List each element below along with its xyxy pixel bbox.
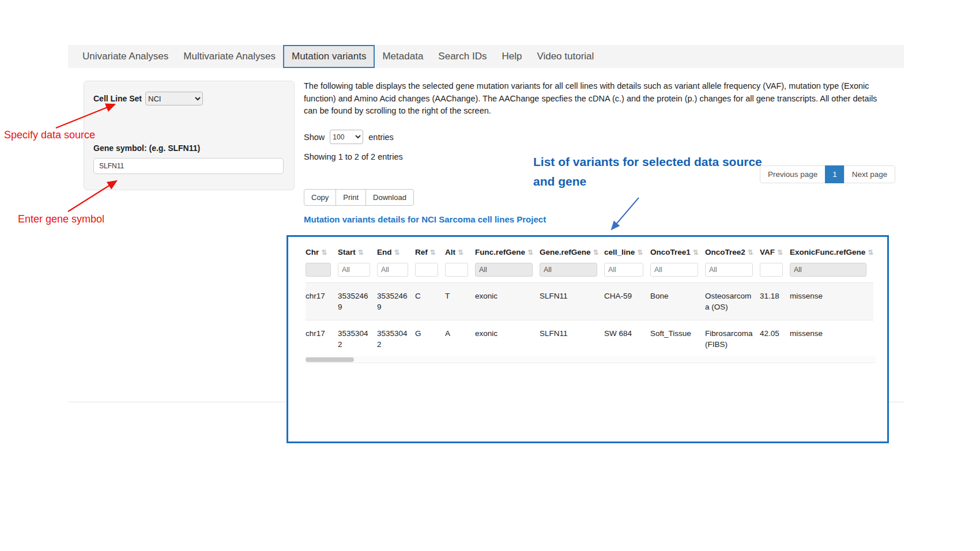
tab-help[interactable]: Help	[494, 45, 529, 68]
column-label: VAF	[760, 248, 775, 256]
next-page-button[interactable]: Next page	[844, 165, 896, 183]
filter-end[interactable]	[377, 263, 408, 277]
cell-alt: T	[445, 283, 475, 320]
tab-video-tutorial[interactable]: Video tutorial	[529, 45, 601, 68]
sort-icon[interactable]: ⇅	[637, 248, 643, 256]
filter-func-refgene[interactable]	[475, 263, 533, 277]
cell-start: 35352469	[338, 283, 377, 320]
column-header-end[interactable]: End⇅	[377, 243, 415, 262]
sort-icon[interactable]: ⇅	[593, 248, 599, 256]
scrollbar-thumb[interactable]	[306, 357, 354, 362]
column-label: OncoTree1	[650, 248, 691, 256]
sort-icon[interactable]: ⇅	[527, 248, 533, 256]
column-label: Func.refGene	[475, 248, 525, 256]
cell-exonicfunc-refgene: missense	[790, 320, 873, 358]
horizontal-scrollbar[interactable]	[306, 356, 876, 363]
cell-gene-refgene: SLFN11	[540, 320, 604, 358]
filter-oncotree1[interactable]	[650, 263, 698, 277]
cell-line-set-label: Cell Line Set	[93, 94, 142, 103]
table-filter-row	[306, 262, 873, 283]
table-title-link[interactable]: Mutation variants details for NCI Sarcom…	[304, 214, 546, 224]
show-entries-control: Show 100 entries	[304, 130, 394, 144]
column-label: ExonicFunc.refGene	[790, 248, 865, 256]
app: { "colors": { "accent_blue": "#1a6fc0", …	[0, 0, 980, 551]
filter-ref[interactable]	[415, 263, 438, 277]
cell-ref: C	[415, 283, 445, 320]
column-header-oncotree2[interactable]: OncoTree2⇅	[705, 243, 760, 262]
column-header-func-refgene[interactable]: Func.refGene⇅	[475, 243, 540, 262]
column-label: Start	[338, 248, 356, 256]
entries-label: entries	[368, 133, 394, 142]
showing-entries-info: Showing 1 to 2 of 2 entries	[304, 152, 403, 161]
annotation-specify-data-source: Specify data source	[4, 129, 95, 141]
sort-icon[interactable]: ⇅	[394, 248, 400, 256]
filter-cell-line[interactable]	[604, 263, 643, 277]
column-label: End	[377, 248, 392, 256]
column-label: Gene.refGene	[540, 248, 591, 256]
tab-multivariate-analyses[interactable]: Multivariate Analyses	[176, 45, 283, 68]
filter-alt[interactable]	[445, 263, 468, 277]
gene-symbol-input[interactable]	[93, 158, 284, 174]
column-header-start[interactable]: Start⇅	[338, 243, 377, 262]
current-page-button[interactable]: 1	[825, 165, 845, 183]
sort-icon[interactable]: ⇅	[693, 248, 699, 256]
annotation-list-of-variants: List of variants for selected data sourc…	[533, 152, 763, 191]
download-button[interactable]: Download	[365, 189, 414, 206]
previous-page-button[interactable]: Previous page	[760, 165, 826, 183]
column-label: Ref	[415, 248, 428, 256]
cell-alt: A	[445, 320, 475, 358]
cell-oncotree2: Osteosarcoma (OS)	[705, 283, 760, 320]
cell-oncotree1: Soft_Tissue	[650, 320, 705, 358]
sort-icon[interactable]: ⇅	[777, 248, 783, 256]
top-nav: Univariate Analyses Multivariate Analyse…	[68, 45, 904, 68]
cell-func-refgene: exonic	[475, 320, 540, 358]
column-header-gene-refgene[interactable]: Gene.refGene⇅	[540, 243, 604, 262]
export-buttons: Copy Print Download	[304, 189, 414, 206]
filter-vaf[interactable]	[760, 263, 783, 277]
cell-chr: chr17	[306, 320, 338, 358]
cell-end: 35352469	[377, 283, 415, 320]
filter-exonicfunc-refgene[interactable]	[790, 263, 866, 277]
filter-chr[interactable]	[306, 263, 331, 277]
column-header-cell-line[interactable]: cell_line⇅	[604, 243, 650, 262]
cell-start: 35353042	[338, 320, 377, 358]
sort-icon[interactable]: ⇅	[321, 248, 327, 256]
tab-search-ids[interactable]: Search IDs	[431, 45, 494, 68]
column-header-chr[interactable]: Chr⇅	[306, 243, 338, 262]
cell-end: 35353042	[377, 320, 415, 358]
cell-func-refgene: exonic	[475, 283, 540, 320]
sort-icon[interactable]: ⇅	[868, 248, 873, 256]
cell-line-set-select[interactable]: NCI	[145, 92, 203, 105]
sort-icon[interactable]: ⇅	[748, 248, 753, 256]
cell-oncotree2: Fibrosarcoma (FIBS)	[705, 320, 760, 358]
gene-symbol-label: Gene symbol: (e.g. SLFN11)	[93, 144, 285, 153]
table-row[interactable]: chr173535246935352469CTexonicSLFN11CHA-5…	[306, 283, 873, 320]
column-header-exonicfunc-refgene[interactable]: ExonicFunc.refGene⇅	[790, 243, 873, 262]
cell-gene-refgene: SLFN11	[540, 283, 604, 320]
table-description-text: The following table displays the selecte…	[304, 80, 879, 118]
entries-per-page-select[interactable]: 100	[330, 130, 363, 144]
pagination: Previous page 1 Next page	[760, 165, 895, 183]
column-header-vaf[interactable]: VAF⇅	[760, 243, 790, 262]
column-label: OncoTree2	[705, 248, 745, 256]
filter-gene-refgene[interactable]	[540, 263, 597, 277]
cell-chr: chr17	[306, 283, 338, 320]
sort-icon[interactable]: ⇅	[458, 248, 463, 256]
variants-table-container: Chr⇅Start⇅End⇅Ref⇅Alt⇅Func.refGene⇅Gene.…	[287, 235, 889, 443]
controls-panel: Cell Line Set NCI Gene symbol: (e.g. SLF…	[84, 81, 295, 190]
column-header-alt[interactable]: Alt⇅	[445, 243, 475, 262]
table-row[interactable]: chr173535304235353042GAexonicSLFN11SW 68…	[306, 320, 873, 358]
print-button[interactable]: Print	[336, 189, 366, 206]
column-header-oncotree1[interactable]: OncoTree1⇅	[650, 243, 705, 262]
cell-cell-line: SW 684	[604, 320, 650, 358]
copy-button[interactable]: Copy	[304, 189, 336, 206]
cell-exonicfunc-refgene: missense	[790, 283, 873, 320]
filter-start[interactable]	[338, 263, 370, 277]
tab-metadata[interactable]: Metadata	[375, 45, 431, 68]
sort-icon[interactable]: ⇅	[358, 248, 364, 256]
tab-mutation-variants[interactable]: Mutation variants	[283, 45, 375, 68]
column-header-ref[interactable]: Ref⇅	[415, 243, 445, 262]
tab-univariate-analyses[interactable]: Univariate Analyses	[75, 45, 176, 68]
filter-oncotree2[interactable]	[705, 263, 753, 277]
sort-icon[interactable]: ⇅	[430, 248, 436, 256]
